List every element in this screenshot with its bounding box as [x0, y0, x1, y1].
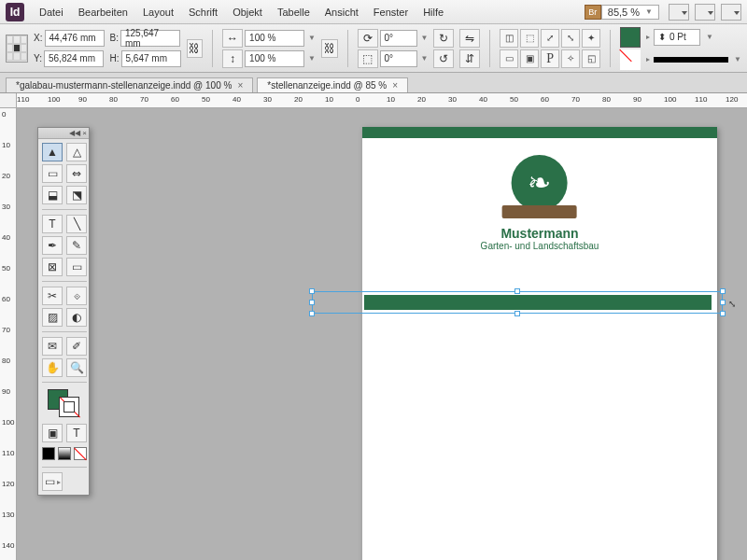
menu-hilfe[interactable]: Hilfe [416, 7, 451, 18]
gradient-feather-tool[interactable]: ◐ [66, 308, 87, 327]
menu-datei[interactable]: Datei [32, 7, 71, 18]
page[interactable]: ❧ Mustermann Garten- und Landschaftsbau [362, 127, 717, 560]
logo-ribbon [502, 205, 577, 218]
gap-tool[interactable]: ⇔ [66, 164, 87, 183]
menubar: Id Datei Bearbeiten Layout Schrift Objek… [0, 0, 747, 24]
stroke-color[interactable] [59, 397, 79, 417]
rectangle-tool[interactable]: ▭ [66, 258, 87, 276]
workspace-button[interactable] [721, 4, 741, 21]
apply-none[interactable] [74, 447, 87, 460]
apply-color[interactable] [42, 447, 55, 460]
rotate-ccw-icon[interactable]: ↺ [433, 49, 454, 68]
line-tool[interactable]: ╲ [66, 215, 87, 233]
pen-tool[interactable]: ✒ [42, 236, 63, 255]
handle-tm[interactable] [514, 288, 520, 294]
x-field[interactable]: 44,476 mm [45, 30, 105, 47]
bridge-button[interactable]: Br [585, 5, 601, 20]
resize-cursor-icon: ⤡ [728, 299, 736, 309]
rotate-field[interactable]: 0° [380, 30, 417, 47]
handle-tl[interactable] [309, 288, 315, 294]
direct-selection-tool[interactable]: △ [66, 143, 87, 161]
selection-tool[interactable]: ▲ [42, 143, 63, 161]
screen-mode-button[interactable] [669, 4, 689, 21]
close-icon[interactable]: × [392, 80, 398, 91]
apply-gradient[interactable] [58, 447, 71, 460]
center-content-icon[interactable]: ✦ [582, 29, 600, 48]
constrain-icon[interactable]: ⛓ [187, 39, 204, 58]
app-logo: Id [6, 3, 24, 21]
select-content-icon[interactable]: ⬚ [520, 29, 539, 48]
fit-frame-icon[interactable]: ⤡ [561, 29, 580, 48]
type-tool[interactable]: T [42, 215, 63, 233]
vertical-ruler[interactable]: 0102030405060708090100110120130140150 [0, 108, 17, 560]
color-apply-row [42, 445, 87, 462]
rectangle-frame-tool[interactable]: ⊠ [42, 258, 63, 276]
menu-schrift[interactable]: Schrift [181, 7, 225, 18]
constrain-scale-icon[interactable]: ⛓ [321, 39, 338, 58]
textwrap-1-icon[interactable]: ▭ [500, 49, 518, 68]
gradient-swatch-tool[interactable]: ▨ [42, 308, 63, 327]
ruler-origin[interactable] [0, 93, 17, 108]
handle-br[interactable] [720, 311, 726, 316]
hand-tool[interactable]: ✋ [42, 358, 63, 377]
menu-tabelle[interactable]: Tabelle [270, 7, 317, 18]
handle-bl[interactable] [309, 311, 315, 316]
shear-field[interactable]: 0° [380, 50, 417, 67]
w-field[interactable]: 125,647 mm [120, 30, 180, 47]
reference-point[interactable] [6, 35, 28, 63]
content-collector-tool[interactable]: ⬓ [42, 186, 63, 204]
toolbox[interactable]: ◀◀× ▲ △ ▭ ⇔ ⬓ ⬔ T ╲ ✒ ✎ ⊠ ▭ ✂ ⟐ ▨ ◐ ✉ ✐ … [37, 127, 90, 496]
close-icon[interactable]: × [237, 80, 243, 91]
rotate-cw-icon[interactable]: ↻ [433, 29, 454, 48]
stroke-style[interactable] [654, 57, 728, 63]
menu-layout[interactable]: Layout [135, 7, 181, 18]
menu-ansicht[interactable]: Ansicht [317, 7, 366, 18]
effects-icon[interactable]: ✧ [561, 49, 580, 68]
eyedropper-tool[interactable]: ✐ [66, 337, 87, 356]
handle-tr[interactable] [720, 288, 726, 294]
fill-stroke-swatch[interactable] [42, 387, 87, 421]
scissors-tool[interactable]: ✂ [42, 287, 63, 305]
stroke-swatch[interactable] [620, 49, 641, 70]
tab-0-label: *galabau-mustermann-stellenanzeige.indd … [16, 80, 232, 91]
fill-swatch[interactable] [620, 27, 641, 48]
content-placer-tool[interactable]: ⬔ [66, 186, 87, 204]
stroke-weight-field[interactable]: ⬍0 Pt [654, 29, 700, 46]
toolbox-header[interactable]: ◀◀× [38, 128, 89, 139]
menu-fenster[interactable]: Fenster [366, 7, 416, 18]
scale-y-field[interactable]: 100 % [245, 50, 304, 67]
fit-content-icon[interactable]: ⤢ [541, 29, 559, 48]
canvas[interactable]: ❧ Mustermann Garten- und Landschaftsbau … [17, 108, 747, 560]
tab-0[interactable]: *galabau-mustermann-stellenanzeige.indd … [6, 77, 253, 92]
formatting-text-icon[interactable]: T [66, 424, 87, 442]
scale-x-field[interactable]: 100 % [245, 30, 304, 47]
handle-mr[interactable] [720, 300, 726, 305]
h-field[interactable]: 5,647 mm [121, 50, 181, 67]
zoom-tool[interactable]: 🔍 [66, 358, 87, 377]
char-panel-icon[interactable]: P [541, 49, 559, 68]
tab-1[interactable]: *stellenanzeige.indd @ 85 %× [257, 77, 408, 92]
object-options: ◫ ⬚ ⤢ ⤡ ✦ ▭ ▣ P ✧ ◱ [500, 29, 600, 68]
handle-bm[interactable] [514, 311, 520, 316]
textwrap-2-icon[interactable]: ▣ [520, 49, 539, 68]
arrange-button[interactable] [695, 4, 715, 21]
handle-ml[interactable] [309, 300, 315, 305]
pencil-tool[interactable]: ✎ [66, 236, 87, 255]
corner-options-icon[interactable]: ◱ [582, 49, 600, 68]
free-transform-tool[interactable]: ⟐ [66, 287, 87, 305]
y-label: Y: [34, 53, 42, 63]
menu-objekt[interactable]: Objekt [225, 7, 270, 18]
page-tool[interactable]: ▭ [42, 164, 63, 183]
control-bar: X:44,476 mm Y:56,824 mm B:125,647 mm H:5… [0, 24, 747, 73]
zoom-select[interactable]: 85,5 %▼ [601, 5, 659, 20]
selected-frame[interactable]: ⤡ [312, 291, 723, 314]
note-tool[interactable]: ✉ [42, 337, 63, 356]
horizontal-ruler[interactable]: 1101009080706050403020100102030405060708… [17, 93, 747, 108]
view-mode-button[interactable]: ▭▸ [42, 472, 63, 491]
y-field[interactable]: 56,824 mm [44, 50, 104, 67]
select-container-icon[interactable]: ◫ [500, 29, 518, 48]
flip-h-icon[interactable]: ⇋ [459, 29, 480, 48]
flip-v-icon[interactable]: ⇵ [459, 49, 480, 68]
menu-bearbeiten[interactable]: Bearbeiten [71, 7, 135, 18]
formatting-container-icon[interactable]: ▣ [42, 424, 63, 442]
